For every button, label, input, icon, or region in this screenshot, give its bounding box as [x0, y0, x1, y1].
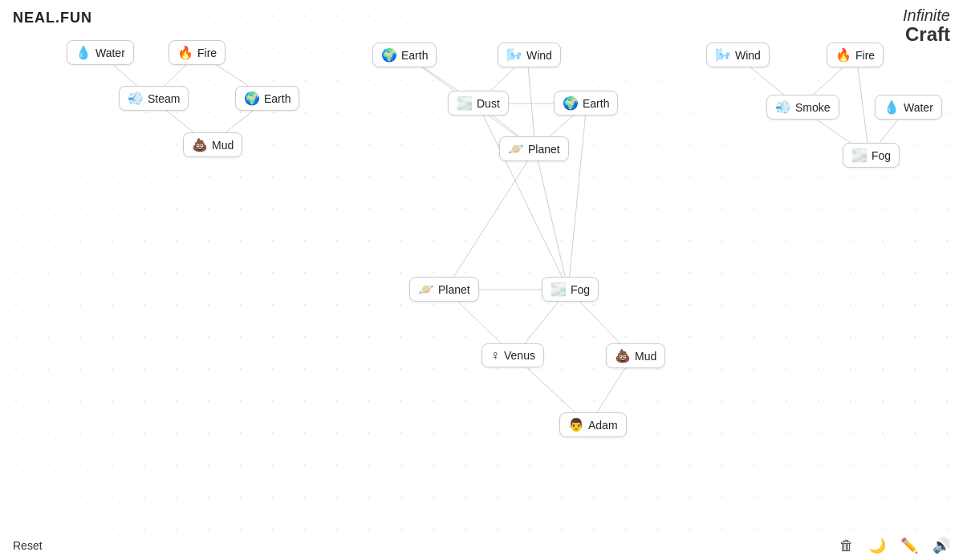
svg-line-14 [856, 55, 869, 156]
node-label-wind1: Wind [526, 49, 552, 62]
node-label-adam1: Adam [588, 419, 618, 432]
node-mud1[interactable]: 💩Mud [183, 132, 242, 157]
app-title: Infinite Craft [903, 6, 950, 45]
node-label-earth1: Earth [264, 92, 291, 105]
node-emoji-smoke1: 💨 [775, 99, 791, 115]
node-label-earth2: Earth [401, 49, 428, 62]
node-emoji-fog2: 🌫️ [851, 148, 868, 163]
node-emoji-earth1: 🌍 [244, 91, 260, 106]
node-label-mud2: Mud [635, 350, 656, 363]
bottom-bar: Reset 🗑 🌙 ✏️ 🔊 [0, 531, 963, 560]
node-wind2[interactable]: 🌬️Wind [706, 43, 770, 67]
node-venus1[interactable]: ♀️Venus [482, 343, 544, 367]
node-emoji-dust1: 🌫️ [457, 95, 473, 111]
node-fire2[interactable]: 🔥Fire [827, 43, 884, 67]
svg-line-17 [445, 149, 535, 290]
sound-icon[interactable]: 🔊 [933, 537, 950, 554]
svg-line-18 [535, 149, 568, 290]
title-line1: Infinite [903, 6, 950, 24]
node-mud2[interactable]: 💩Mud [606, 343, 665, 368]
logo: NEAL.FUN [13, 10, 92, 26]
node-fog2[interactable]: 🌫️Fog [843, 143, 900, 168]
node-earth1[interactable]: 🌍Earth [235, 86, 299, 111]
node-label-water1: Water [95, 47, 125, 59]
node-emoji-adam1: 👨 [568, 417, 584, 432]
connection-lines [0, 0, 963, 560]
node-label-fog1: Fog [571, 283, 590, 296]
node-label-water2: Water [904, 101, 933, 114]
node-earth3[interactable]: 🌍Earth [554, 91, 618, 116]
brush-icon[interactable]: ✏️ [900, 537, 918, 554]
node-emoji-planet2: 🪐 [418, 282, 434, 297]
node-label-earth3: Earth [583, 97, 609, 110]
node-emoji-fire2: 🔥 [835, 47, 851, 63]
svg-line-19 [477, 103, 568, 290]
node-emoji-fog1: 🌫️ [551, 282, 567, 297]
title-line2: Craft [903, 24, 950, 45]
node-label-dust1: Dust [477, 97, 500, 110]
node-smoke1[interactable]: 💨Smoke [766, 95, 839, 120]
node-emoji-mud1: 💩 [192, 137, 208, 152]
reset-button[interactable]: Reset [13, 539, 43, 552]
node-label-fog2: Fog [872, 149, 891, 162]
node-emoji-water1: 💧 [75, 45, 91, 60]
node-earth2[interactable]: 🌍Earth [372, 43, 437, 67]
node-emoji-wind1: 🌬️ [506, 47, 522, 63]
node-label-fire1: Fire [197, 47, 217, 59]
node-water1[interactable]: 💧Water [67, 40, 134, 65]
node-emoji-mud2: 💩 [615, 348, 631, 363]
node-emoji-planet1: 🪐 [508, 141, 524, 156]
node-dust1[interactable]: 🌫️Dust [448, 91, 509, 116]
node-label-steam1: Steam [148, 92, 180, 105]
node-steam1[interactable]: 💨Steam [119, 86, 189, 111]
bottom-icons: 🗑 🌙 ✏️ 🔊 [839, 537, 950, 554]
node-fog1[interactable]: 🌫️Fog [542, 277, 599, 302]
node-label-fire2: Fire [855, 49, 875, 62]
node-label-wind2: Wind [735, 49, 761, 62]
node-fire1[interactable]: 🔥Fire [169, 40, 226, 65]
node-emoji-wind2: 🌬️ [715, 47, 731, 63]
node-label-planet2: Planet [438, 283, 470, 296]
node-emoji-earth3: 🌍 [563, 95, 579, 111]
node-emoji-earth2: 🌍 [381, 47, 397, 63]
node-label-smoke1: Smoke [795, 101, 831, 114]
moon-icon[interactable]: 🌙 [868, 537, 886, 554]
node-planet2[interactable]: 🪐Planet [409, 277, 479, 302]
node-wind1[interactable]: 🌬️Wind [498, 43, 561, 67]
node-label-mud1: Mud [212, 139, 234, 152]
svg-line-9 [527, 55, 535, 149]
node-label-venus1: Venus [504, 349, 535, 362]
svg-line-20 [568, 103, 587, 290]
node-label-planet1: Planet [528, 143, 560, 156]
trash-icon[interactable]: 🗑 [839, 538, 854, 554]
node-emoji-steam1: 💨 [128, 91, 144, 106]
node-emoji-water2: 💧 [884, 99, 900, 115]
node-adam1[interactable]: 👨Adam [559, 412, 627, 437]
node-water2[interactable]: 💧Water [875, 95, 942, 120]
node-emoji-venus1: ♀️ [490, 348, 500, 363]
node-planet1[interactable]: 🪐Planet [499, 136, 569, 161]
node-emoji-fire1: 🔥 [177, 45, 193, 60]
